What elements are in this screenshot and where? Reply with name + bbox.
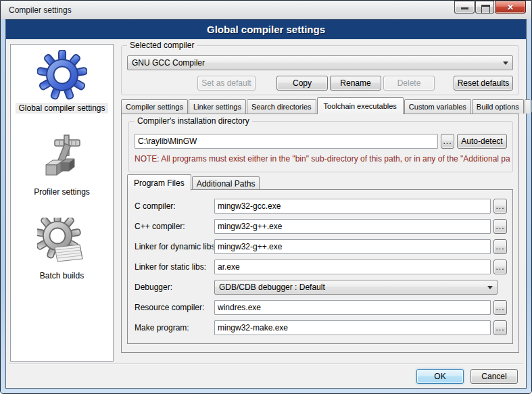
sidebar-item-global-compiler-settings[interactable]: Global compiler settings [16, 50, 107, 114]
installation-directory-group-label: Compiler's installation directory [135, 116, 252, 126]
installation-directory-row: ... Auto-detect [135, 134, 507, 149]
program-field-row: C++ compiler:... [135, 219, 507, 234]
blue-gear-icon [37, 50, 87, 100]
close-button[interactable] [495, 1, 526, 14]
browse-button[interactable]: ... [493, 320, 507, 335]
tab-search-directories[interactable]: Search directories [247, 99, 316, 114]
make-program-input[interactable] [214, 320, 491, 335]
browse-button[interactable]: ... [493, 300, 507, 315]
sidebar-item-label: Batch builds [37, 270, 87, 281]
set-as-default-button: Set as default [197, 76, 256, 91]
field-label: Debugger: [135, 282, 214, 292]
tab-overflow-sliver[interactable] [525, 99, 530, 114]
c-compiler-input[interactable] [214, 219, 491, 234]
copy-button[interactable]: Copy [276, 76, 328, 91]
cancel-button[interactable]: Cancel [470, 369, 518, 384]
resource-compiler-input[interactable] [214, 300, 491, 315]
titlebar[interactable]: Compiler settings [1, 1, 531, 19]
selected-compiler-group-label: Selected compiler [127, 41, 197, 50]
c-compiler-input[interactable] [214, 199, 491, 214]
program-tabstrip: Program FilesAdditional Paths [127, 174, 260, 190]
field-label: C++ compiler: [135, 222, 214, 231]
gray-gear-stack-icon [37, 218, 87, 268]
minimize-button[interactable] [454, 1, 475, 14]
installation-directory-group: Compiler's installation directory ... Au… [128, 121, 513, 172]
auto-detect-button[interactable]: Auto-detect [457, 134, 507, 149]
field-label: Linker for static libs: [135, 262, 214, 272]
reset-defaults-button[interactable]: Reset defaults [454, 76, 513, 91]
linker-for-dynamic-libs-input[interactable] [214, 239, 491, 254]
chevron-down-icon [503, 61, 508, 65]
sidebar-item-profiler-settings[interactable]: Profiler settings [31, 134, 93, 197]
tab-additional-paths[interactable]: Additional Paths [192, 176, 260, 190]
maximize-button[interactable] [475, 1, 494, 14]
field-label: C compiler: [135, 201, 214, 211]
rename-button[interactable]: Rename [330, 76, 381, 91]
client-area: Global compiler settings Global compiler… [5, 19, 527, 389]
browse-button[interactable]: ... [493, 239, 507, 254]
installation-browse-button[interactable]: ... [441, 134, 454, 149]
installation-directory-input[interactable] [135, 134, 438, 149]
tab-program-files[interactable]: Program Files [127, 174, 191, 191]
sidebar-item-label: Global compiler settings [16, 103, 107, 114]
dialog-header: Global compiler settings [6, 20, 526, 39]
field-label: Make program: [135, 323, 214, 333]
field-label: Resource compiler: [135, 303, 214, 312]
compiler-buttons: Set as defaultCopyRenameDeleteReset defa… [127, 76, 513, 91]
footer-separator [9, 364, 523, 365]
chevron-down-icon [487, 286, 493, 289]
combo-value: GDB/CDB debugger : Default [219, 282, 325, 292]
page-title: Global compiler settings [207, 24, 325, 35]
program-field-row: Linker for dynamic libs:... [135, 239, 507, 254]
tab-linker-settings[interactable]: Linker settings [189, 99, 246, 114]
debugger-select[interactable]: GDB/CDB debugger : Default [214, 280, 498, 295]
program-field-row: Resource compiler:... [135, 300, 507, 315]
tab-custom-variables[interactable]: Custom variables [404, 99, 471, 114]
caliper-icon [37, 134, 87, 184]
compiler-select-value: GNU GCC Compiler [132, 58, 205, 68]
compiler-select[interactable]: GNU GCC Compiler [127, 55, 513, 70]
program-field-row: C compiler:... [135, 199, 507, 214]
toolchain-executables-panel: Compiler's installation directory ... Au… [121, 114, 519, 353]
program-files-panel: C compiler:...C++ compiler:...Linker for… [127, 189, 513, 344]
tab-compiler-settings[interactable]: Compiler settings [121, 99, 188, 114]
dialog-window: Compiler settings Global compiler settin… [0, 0, 532, 394]
program-field-row: Debugger:GDB/CDB debugger : Default [135, 280, 507, 295]
install-note: NOTE: All programs must exist either in … [135, 154, 510, 164]
selected-compiler-group: Selected compiler GNU GCC Compiler Set a… [121, 45, 519, 95]
window-title: Compiler settings [9, 5, 72, 15]
ok-button[interactable]: OK [416, 369, 464, 384]
delete-button: Delete [383, 76, 435, 91]
browse-button[interactable]: ... [493, 260, 507, 274]
tab-build-options[interactable]: Build options [472, 99, 524, 114]
sidebar-item-batch-builds[interactable]: Batch builds [37, 218, 87, 281]
caption-buttons [454, 1, 526, 14]
footer: OK Cancel [416, 369, 518, 384]
sidebar-item-label: Profiler settings [31, 187, 93, 197]
tab-toolchain-executables[interactable]: Toolchain executables [317, 97, 404, 114]
browse-button[interactable]: ... [493, 219, 507, 234]
browse-button[interactable]: ... [493, 199, 507, 214]
linker-for-static-libs-input[interactable] [214, 260, 491, 274]
field-label: Linker for dynamic libs: [135, 242, 214, 251]
program-field-row: Linker for static libs:... [135, 260, 507, 274]
main-tabstrip: Compiler settingsLinker settingsSearch d… [121, 97, 523, 114]
program-field-row: Make program:... [135, 320, 507, 335]
sidebar: Global compiler settingsProfiler setting… [10, 44, 114, 362]
